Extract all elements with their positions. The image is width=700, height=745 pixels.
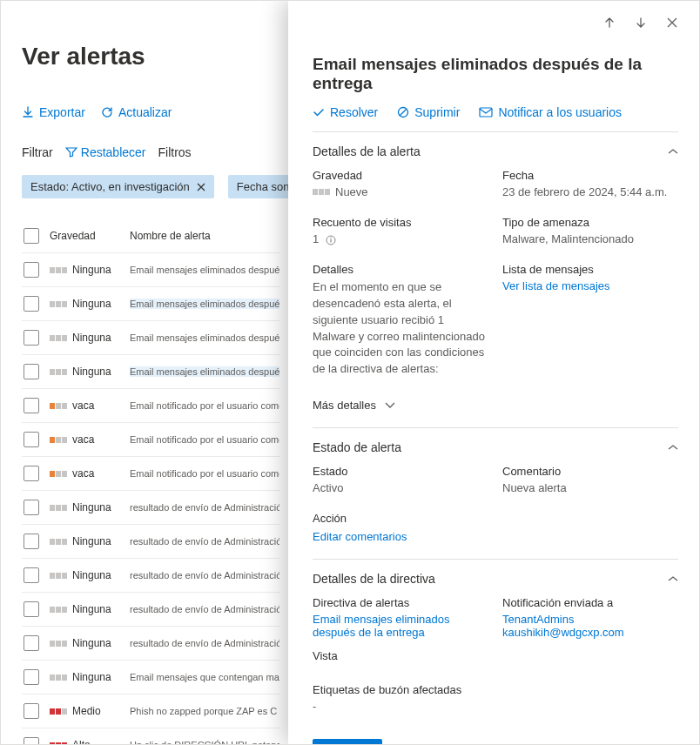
severity-cell: Ninguna [50,501,130,513]
row-checkbox[interactable] [24,703,39,719]
row-checkbox[interactable] [24,635,39,651]
arrow-down-icon[interactable] [635,17,647,29]
alert-name-cell[interactable]: resultado de envío de Administración com… [130,638,279,648]
row-checkbox[interactable] [24,330,39,346]
table-row[interactable]: AltoUn clic de DIRECCIÓN URL potencialme… [22,728,279,745]
table-row[interactable]: Ningunaresultado de envío de Administrac… [22,525,279,559]
section-policy-details[interactable]: Detalles de la directiva [313,560,678,596]
close-panel-icon[interactable] [666,17,678,29]
table-row[interactable]: vacaEmail notificado por el usuario como… [22,423,279,457]
reset-button[interactable]: Restablecer [65,145,146,159]
threat-label: Tipo de amenaza [502,216,678,229]
col-severity[interactable]: Gravedad [50,230,130,242]
alert-details-grid: Gravedad Nueve Fecha 23 de febrero de 20… [313,169,678,393]
notify-users-button[interactable]: Notificar a los usuarios [479,105,622,119]
table-row[interactable]: Ningunaresultado de envío de Administrac… [22,627,279,661]
filter-icon [65,147,77,158]
row-checkbox[interactable] [24,737,39,745]
alert-name-cell[interactable]: resultado de envío de Administración com… [130,604,279,614]
policy-details-grid: Directiva de alertas Email mensajes elim… [313,596,678,728]
date-value: 23 de febrero de 2024, 5:44 a.m. [502,185,678,198]
row-checkbox[interactable] [24,534,39,549]
page-title: Ver alertas [22,43,279,70]
select-all-checkbox[interactable] [24,228,39,244]
notif-sent-label: Notificación enviada a [502,596,678,609]
row-checkbox[interactable] [24,364,39,379]
section-alert-state[interactable]: Estado de alerta [313,428,678,465]
svg-rect-1 [480,108,492,117]
alert-name-cell[interactable]: resultado de envío de Administración com… [130,570,279,581]
table-row[interactable]: Ningunaresultado de envío de Administrac… [22,559,279,593]
action-label: Acción [313,512,488,525]
alert-detail-panel: Email mensajes eliminados después de la … [288,1,699,744]
severity-label: Gravedad [313,169,488,182]
section-alert-details[interactable]: Detalles de la alerta [313,132,678,169]
table-row[interactable]: NingunaEmail mensajes eliminados después… [22,355,279,389]
filter-row: Filtrar Restablecer Filtros [22,145,279,159]
policy-value[interactable]: Email mensajes eliminados después de la … [313,613,488,639]
col-name[interactable]: Nombre de alerta [130,230,279,242]
edit-comments-link[interactable]: Editar comentarios [313,530,488,543]
row-checkbox[interactable] [24,398,39,413]
severity-cell: Ninguna [50,298,130,310]
alert-name-cell[interactable]: Email mensajes eliminados después de eli… [130,332,279,343]
severity-value: Nueve [313,185,488,198]
arrow-up-icon[interactable] [603,17,616,29]
filter-pills: Estado: Activo, en investigación Fecha s… [22,175,279,198]
row-checkbox[interactable] [24,601,39,617]
alert-name-cell[interactable]: Phish no zapped porque ZAP es C [130,706,279,716]
msglist-link[interactable]: Ver lista de mensajes [502,279,678,292]
alert-name-cell[interactable]: Email mensajes que contengan malicia [130,672,279,682]
filter-pill-state[interactable]: Estado: Activo, en investigación [22,175,214,198]
row-checkbox[interactable] [24,466,39,481]
suppress-button[interactable]: Suprimir [397,105,460,119]
check-icon [313,106,325,118]
row-checkbox[interactable] [24,567,39,583]
severity-cell: vaca [50,433,130,446]
table-row[interactable]: NingunaEmail mensajes eliminados después… [22,321,279,355]
close-icon[interactable] [197,183,205,191]
table-row[interactable]: NingunaEmail mensajes eliminados después… [22,287,279,321]
info-icon[interactable] [326,235,336,245]
table-row[interactable]: vacaEmail notificado por el usuario como… [22,457,279,491]
alert-name-cell[interactable]: Email notificado por el usuario como mal… [130,468,279,479]
alert-name-cell[interactable]: Email notificado por el usuario como mal… [130,400,279,411]
export-button[interactable]: Exportar [22,105,85,119]
alert-name-cell[interactable]: Email mensajes eliminados después de eli… [130,265,279,275]
threat-value: Malware, Malintencionado [502,232,678,245]
alert-name-cell[interactable]: Email notificado por el usuario como mal… [130,434,279,445]
notif-sent-2[interactable]: kaushikih@wdgcxp.com [502,626,678,639]
chevron-down-icon [385,402,395,409]
date-label: Fecha [502,169,678,182]
table-row[interactable]: vacaEmail notificado por el usuario como… [22,389,279,423]
panel-top-icons [313,17,678,29]
table-row[interactable]: NingunaEmail mensajes que contengan mali… [22,661,279,695]
hitcount-label: Recuento de visitas [313,216,488,229]
row-checkbox[interactable] [24,432,39,447]
alert-name-cell[interactable]: Email mensajes eliminados después de d [130,366,279,377]
table-row[interactable]: MedioPhish no zapped porque ZAP es C [22,695,279,728]
panel-title: Email mensajes eliminados después de la … [313,55,678,93]
resolve-button[interactable]: Resolver [313,105,378,119]
severity-cell: Ninguna [50,569,130,581]
table-row[interactable]: NingunaEmail mensajes eliminados después… [22,253,279,287]
close-button[interactable]: Cerrar [313,739,382,744]
alert-name-cell[interactable]: resultado de envío de Administración com… [130,502,279,513]
row-checkbox[interactable] [24,500,39,515]
notif-sent-1[interactable]: TenantAdmins [502,613,678,626]
chevron-up-icon [668,575,678,582]
alert-name-cell[interactable]: resultado de envío de Administración com… [130,536,279,547]
table-row[interactable]: Ningunaresultado de envío de Administrac… [22,491,279,525]
filter-label: Filtrar [22,145,53,159]
alert-name-cell[interactable]: Un clic de DIRECCIÓN URL potencialmente … [130,740,279,745]
row-checkbox[interactable] [24,296,39,312]
prohibit-icon [397,106,409,118]
download-icon [22,106,34,118]
row-checkbox[interactable] [24,669,39,685]
refresh-button[interactable]: Actualizar [101,105,172,119]
more-details-toggle[interactable]: Más detalles [313,393,678,427]
severity-cell: Ninguna [50,535,130,547]
table-row[interactable]: Ningunaresultado de envío de Administrac… [22,593,279,627]
row-checkbox[interactable] [24,262,39,278]
alert-name-cell[interactable]: Email mensajes eliminados después de d [130,299,279,309]
